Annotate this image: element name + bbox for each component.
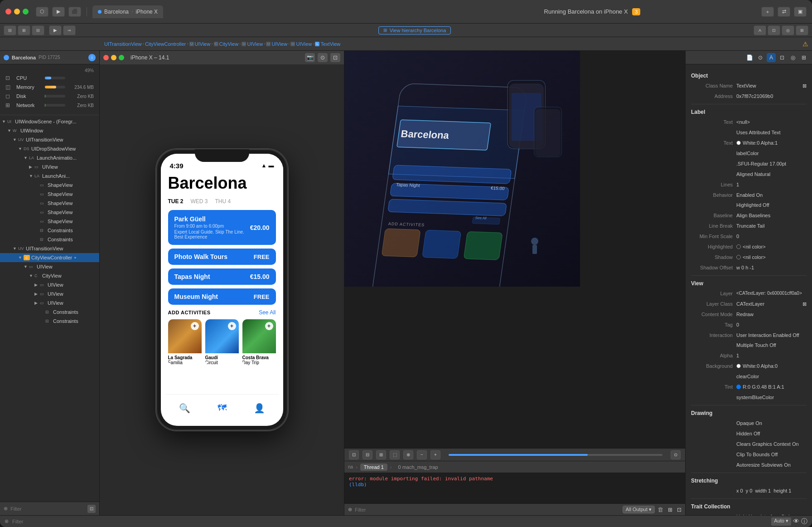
play-button[interactable]: ▶ bbox=[52, 7, 65, 17]
inspector-file-btn[interactable]: 📄 bbox=[745, 53, 754, 62]
bc-uiview-3[interactable]: UUIView bbox=[266, 41, 287, 47]
tree-item-uiview1[interactable]: ▶ ▭ UIView bbox=[0, 162, 99, 171]
bc-cityviewcontroller[interactable]: CityViewController bbox=[145, 41, 186, 47]
sim-maximize[interactable] bbox=[119, 55, 124, 60]
object-close-btn[interactable]: ⊠ bbox=[802, 82, 807, 90]
auto-btn[interactable]: Auto ▾ bbox=[771, 517, 791, 526]
sim-minimize[interactable] bbox=[111, 55, 116, 60]
inspector-connect-btn2[interactable]: ◎ bbox=[788, 53, 798, 62]
bc-uiview-4[interactable]: UUIView bbox=[290, 41, 312, 47]
tree-item-uiwindow[interactable]: ▼ W UIWindow bbox=[0, 126, 99, 135]
zoom-slider[interactable] bbox=[449, 454, 662, 456]
photo-costa[interactable]: + Costa Brava Day Trip bbox=[242, 319, 276, 365]
eye-btn[interactable]: 👁 bbox=[793, 517, 799, 526]
hierarchy-btn-3[interactable]: ⊞ bbox=[376, 450, 386, 459]
inspector-size-btn2[interactable]: ⊡ bbox=[778, 53, 787, 62]
bc-uiview-2[interactable]: UUIView bbox=[242, 41, 263, 47]
tree-item-dropshadow[interactable]: ▼ DS UIDropShadowView bbox=[0, 144, 99, 153]
hierarchy-btn-4[interactable]: ⬚ bbox=[390, 450, 400, 459]
inspector-btn[interactable]: ⊟ bbox=[32, 25, 44, 35]
bc-cityview[interactable]: CCityView bbox=[214, 41, 239, 47]
hierarchy-btn-5[interactable]: ⊕ bbox=[403, 450, 413, 459]
day-tab-tue[interactable]: TUE 2 bbox=[168, 198, 184, 205]
tree-item-shape1[interactable]: ▭ ShapeView bbox=[0, 181, 99, 190]
filter-submit[interactable]: ⊡ bbox=[87, 505, 96, 513]
home-btn[interactable]: ⊙ bbox=[318, 53, 328, 62]
inspector-size-btn[interactable]: ⊡ bbox=[768, 25, 780, 35]
step-over-btn[interactable]: ⇒ bbox=[63, 25, 76, 35]
minimize-button[interactable] bbox=[14, 9, 20, 15]
tree-item-transition1[interactable]: ▼ UV UITransitionView bbox=[0, 135, 99, 144]
tree-item-cityvc[interactable]: ▼ C CityViewController ● bbox=[0, 253, 99, 262]
console-tab-mach[interactable]: 0 mach_msg_trap bbox=[395, 464, 442, 471]
view-hierarchy-btn[interactable]: ⊞ View hierarchy Barcelona bbox=[378, 26, 451, 34]
inspector-attr-btn2[interactable]: A bbox=[767, 53, 776, 62]
activity-museum-night[interactable]: Museum Night FREE bbox=[168, 288, 276, 305]
inspector-warning-btn[interactable]: ⊙ bbox=[756, 53, 765, 62]
tree-item-constraints1[interactable]: ⊟ Constraints bbox=[0, 226, 99, 235]
tree-item-shape2[interactable]: ▭ ShapeView bbox=[0, 190, 99, 199]
tab-barcelona[interactable]: Barcelona › iPhone X bbox=[92, 5, 163, 18]
hierarchy-btn-1[interactable]: ⊡ bbox=[349, 450, 359, 459]
clear-console-btn[interactable]: 🗑 bbox=[657, 506, 663, 513]
close-button[interactable] bbox=[5, 9, 11, 15]
activity-photo-walk[interactable]: Photo Walk Tours FREE bbox=[168, 249, 276, 265]
map-tab-icon[interactable]: 🗺 bbox=[218, 403, 227, 413]
inspector-log-btn[interactable]: ⊞ bbox=[796, 25, 808, 35]
see-all-link[interactable]: See All bbox=[259, 309, 276, 316]
screenshot-btn[interactable]: 📷 bbox=[305, 53, 315, 62]
stop-button[interactable]: ⬛ bbox=[68, 7, 81, 17]
reset-zoom-btn[interactable]: ⊙ bbox=[671, 450, 681, 459]
add-icon-gaudi[interactable]: + bbox=[228, 322, 236, 330]
inspector-connect-btn[interactable]: ◎ bbox=[782, 25, 794, 35]
activity-tapas-night[interactable]: Tapas Night €15.00 bbox=[168, 268, 276, 285]
sidebar-toggle[interactable]: ⬡ bbox=[36, 7, 48, 17]
photo-sagrada[interactable]: + La Sagrada Familia bbox=[168, 319, 202, 365]
debug-btn[interactable]: ⊞ bbox=[18, 25, 30, 35]
lock-btn[interactable]: ⊡ bbox=[330, 53, 340, 62]
search-tab-icon[interactable]: 🔍 bbox=[179, 403, 190, 414]
bc-uitransitionview[interactable]: UITransitionView bbox=[104, 41, 142, 47]
tree-item-shape4[interactable]: ▭ ShapeView bbox=[0, 208, 99, 217]
tree-item-launchanim1[interactable]: ▼ LA LaunchAnimatio... bbox=[0, 153, 99, 162]
hierarchy-btn-2[interactable]: ⊟ bbox=[362, 450, 372, 459]
activity-park-guell[interactable]: Park Güell From 9:00 am to 6:00pm Expert… bbox=[168, 210, 276, 245]
tree-item-shape3[interactable]: ▭ ShapeView bbox=[0, 199, 99, 208]
maximize-button[interactable] bbox=[23, 9, 29, 15]
sim-close[interactable] bbox=[103, 55, 109, 60]
tree-item-uiview5[interactable]: ▶ ▭ UIView bbox=[0, 298, 99, 307]
inspector-attr-btn[interactable]: A bbox=[754, 25, 766, 35]
tree-item-uiview4[interactable]: ▶ ▭ UIView bbox=[0, 289, 99, 298]
bc-uiview-1[interactable]: UUIView bbox=[189, 41, 211, 47]
info-btn[interactable]: ⓘ bbox=[801, 517, 807, 526]
tree-item-uiview3[interactable]: ▶ ▭ UIView bbox=[0, 280, 99, 289]
zoom-in-btn[interactable]: + bbox=[430, 450, 440, 459]
tree-item-constraints3[interactable]: ⊟ Constraints bbox=[0, 307, 99, 317]
day-tab-wed[interactable]: WED 3 bbox=[191, 198, 208, 205]
console-filter-input[interactable] bbox=[355, 507, 620, 512]
add-tab-button[interactable]: + bbox=[761, 7, 774, 17]
filter-input[interactable] bbox=[10, 506, 85, 512]
tree-item-windowscene[interactable]: ▼ UI UIWindowScene - (Foregr... bbox=[0, 117, 99, 126]
inspector-log-btn2[interactable]: ⊞ bbox=[799, 53, 808, 62]
tree-item-uiview2[interactable]: ▼ ▭ UIView bbox=[0, 262, 99, 271]
day-tab-thu[interactable]: THU 4 bbox=[215, 198, 231, 205]
tree-item-constraints4[interactable]: ⊟ Constraints bbox=[0, 317, 99, 326]
tree-item-launchanim2[interactable]: ▼ LA LaunchAni... bbox=[0, 171, 99, 181]
run-btn[interactable]: ▶ bbox=[49, 25, 62, 35]
tree-item-shape5[interactable]: ▭ ShapeView bbox=[0, 217, 99, 226]
tree-item-cityview[interactable]: ▼ C CityView bbox=[0, 271, 99, 280]
output-selector[interactable]: All Output ▾ bbox=[623, 506, 655, 513]
photo-gaudi[interactable]: + Gaudí Circuit bbox=[205, 319, 239, 365]
add-icon-sagrada[interactable]: + bbox=[191, 322, 199, 330]
tree-item-transition2[interactable]: ▼ UV UITransitionView bbox=[0, 244, 99, 253]
layout-button[interactable]: ▣ bbox=[794, 7, 807, 17]
add-icon-costa[interactable]: + bbox=[265, 322, 273, 330]
expand-btn[interactable]: ⊡ bbox=[677, 507, 682, 513]
status-filter-input[interactable] bbox=[12, 519, 766, 524]
layer-class-btn[interactable]: ⊠ bbox=[802, 300, 807, 308]
split-view-btn[interactable]: ⊞ bbox=[668, 507, 672, 513]
profile-tab-icon[interactable]: 👤 bbox=[254, 403, 265, 414]
bc-textview[interactable]: LTextView bbox=[315, 41, 340, 47]
arrange-button[interactable]: ⇄ bbox=[778, 7, 790, 17]
